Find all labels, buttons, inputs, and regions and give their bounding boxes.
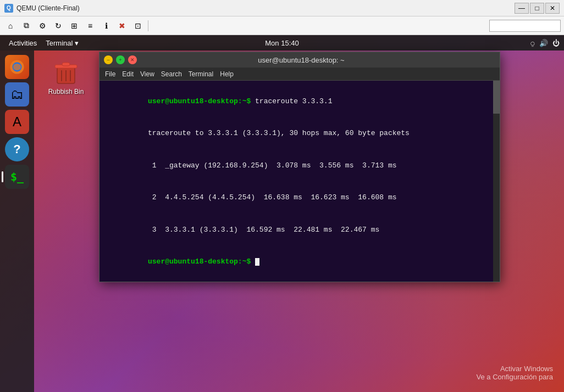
qemu-window-controls: — □ ✕ — [515, 3, 560, 14]
terminal-title: user@ubuntu18-desktop: ~ — [137, 56, 466, 64]
terminal-menubar: File Edit View Search Terminal Help — [99, 68, 500, 81]
ubuntu-topbar: Activities Terminal ▾ Mon 15:40 ⍜ 🔊 ⏻ — [0, 35, 564, 51]
terminal-edit-menu[interactable]: Edit — [122, 70, 134, 78]
terminal-cmd-1: traceroute 3.3.3.1 — [251, 97, 332, 105]
terminal-line-4: 2 4.4.5.254 (4.4.5.254) 16.638 ms 16.623… — [105, 182, 494, 214]
dock-files[interactable]: 🗂 — [5, 82, 29, 107]
svg-rect-4 — [62, 63, 70, 66]
terminal-prompt-1: user@ubuntu18-desktop:~$ — [148, 97, 251, 105]
dock-software[interactable]: A — [5, 110, 29, 134]
terminal-scrollbar-thumb[interactable] — [493, 81, 500, 114]
terminal-titlebar: – + ✕ user@ubuntu18-desktop: ~ — [99, 52, 500, 68]
dock-terminal[interactable]: $_ — [5, 165, 29, 189]
activate-windows-line2: Ve a Configuración para — [477, 373, 553, 381]
dock-firefox[interactable] — [5, 55, 29, 79]
terminal-line-6: user@ubuntu18-desktop:~$ — [105, 246, 494, 278]
qemu-toolbar: ⌂ ⧉ ⚙ ↻ ⊞ ≡ ℹ ✖ ⊡ — [0, 16, 564, 35]
terminal-minimize-button[interactable]: – — [104, 55, 113, 64]
terminal-file-menu[interactable]: File — [105, 70, 115, 78]
rubbish-bin-icon[interactable]: Rubbish Bin — [44, 57, 88, 98]
terminal-help-menu[interactable]: Help — [220, 70, 234, 78]
ubuntu-clock: Mon 15:40 — [265, 39, 298, 47]
toolbar-btn-7[interactable]: ℹ — [99, 19, 113, 33]
terminal-menu-label: Terminal — [46, 39, 73, 47]
terminal-output-2: 1 _gateway (192.168.9.254) 3.078 ms 3.55… — [148, 161, 396, 170]
toolbar-btn-8[interactable]: ✖ — [115, 19, 129, 33]
activate-windows-line1: Activar Windows — [477, 365, 553, 373]
terminal-output-4: 3 3.3.3.1 (3.3.3.1) 16.592 ms 22.481 ms … — [148, 226, 379, 234]
accessibility-icon[interactable]: ⍜ — [530, 39, 535, 47]
qemu-maximize-button[interactable]: □ — [530, 3, 544, 14]
qemu-close-button[interactable]: ✕ — [545, 3, 560, 14]
terminal-terminal-menu[interactable]: Terminal — [189, 70, 213, 78]
terminal-scrollbar[interactable] — [493, 81, 500, 282]
qemu-minimize-button[interactable]: — — [515, 3, 529, 14]
toolbar-btn-2[interactable]: ⧉ — [19, 19, 34, 33]
toolbar-btn-6[interactable]: ≡ — [83, 19, 97, 33]
terminal-search-menu[interactable]: Search — [161, 70, 182, 78]
qemu-title: QEMU (Cliente-Final) — [16, 4, 515, 12]
power-icon[interactable]: ⏻ — [552, 39, 560, 47]
toolbar-btn-3[interactable]: ⚙ — [35, 19, 49, 33]
terminal-output-1: traceroute to 3.3.3.1 (3.3.3.1), 30 hops… — [148, 129, 410, 137]
rubbish-bin-image — [53, 59, 79, 86]
dock-help[interactable]: ? — [5, 137, 29, 161]
terminal-view-menu[interactable]: View — [140, 70, 154, 78]
terminal-line-5: 3 3.3.3.1 (3.3.3.1) 16.592 ms 22.481 ms … — [105, 214, 494, 246]
topbar-right: ⍜ 🔊 ⏻ — [530, 39, 560, 47]
ubuntu-dock: 🗂 A ? $_ — [0, 51, 34, 392]
terminal-cursor — [255, 258, 259, 266]
activities-button[interactable]: Activities — [4, 39, 41, 47]
toolbar-search-input[interactable] — [489, 20, 561, 32]
volume-icon[interactable]: 🔊 — [539, 39, 548, 47]
activate-windows-watermark: Activar Windows Ve a Configuración para — [477, 365, 553, 381]
terminal-maximize-button[interactable]: + — [116, 55, 125, 64]
toolbar-separator — [148, 20, 148, 31]
rubbish-bin-label: Rubbish Bin — [48, 88, 84, 96]
qemu-window: Q QEMU (Cliente-Final) — □ ✕ ⌂ ⧉ ⚙ ↻ ⊞ ≡… — [0, 0, 564, 392]
terminal-window: – + ✕ user@ubuntu18-desktop: ~ File Edit… — [99, 52, 500, 282]
terminal-output-3: 2 4.4.5.254 (4.4.5.254) 16.638 ms 16.623… — [148, 193, 396, 201]
qemu-icon: Q — [4, 4, 13, 13]
ubuntu-desktop: Activities Terminal ▾ Mon 15:40 ⍜ 🔊 ⏻ — [0, 35, 564, 392]
terminal-close-button[interactable]: ✕ — [128, 55, 137, 64]
terminal-line-3: 1 _gateway (192.168.9.254) 3.078 ms 3.55… — [105, 149, 494, 182]
terminal-window-controls: – + ✕ — [104, 55, 137, 64]
toolbar-btn-4[interactable]: ↻ — [51, 19, 65, 33]
terminal-prompt-2: user@ubuntu18-desktop:~$ — [148, 257, 251, 266]
terminal-menu[interactable]: Terminal ▾ — [41, 39, 83, 47]
toolbar-btn-5[interactable]: ⊞ — [67, 19, 81, 33]
terminal-line-2: traceroute to 3.3.3.1 (3.3.3.1), 30 hops… — [105, 117, 494, 150]
terminal-line-1: user@ubuntu18-desktop:~$ traceroute 3.3.… — [105, 85, 494, 117]
toolbar-btn-1[interactable]: ⌂ — [3, 19, 18, 33]
terminal-content[interactable]: user@ubuntu18-desktop:~$ traceroute 3.3.… — [99, 81, 500, 282]
qemu-titlebar: Q QEMU (Cliente-Final) — □ ✕ — [0, 0, 564, 16]
toolbar-btn-9[interactable]: ⊡ — [131, 19, 145, 33]
terminal-menu-arrow: ▾ — [75, 39, 79, 47]
